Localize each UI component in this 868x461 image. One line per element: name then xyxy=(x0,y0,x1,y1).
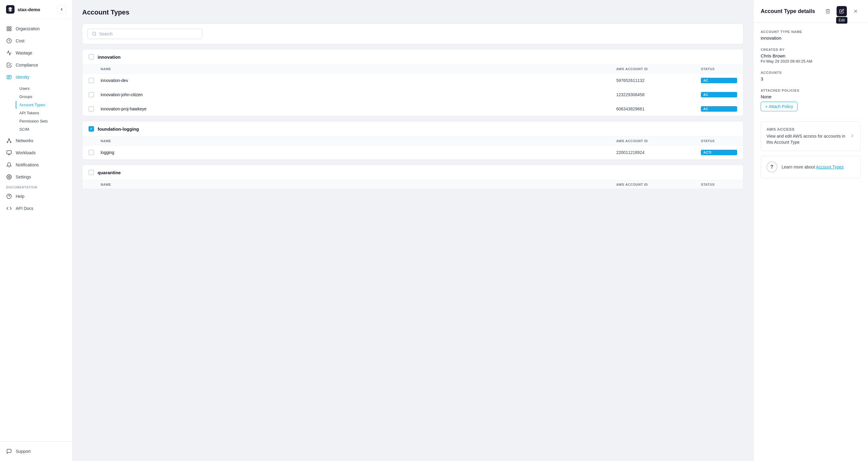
group-checkbox-innovation[interactable] xyxy=(89,54,94,60)
sidebar-subitem-groups[interactable]: Groups xyxy=(16,92,72,101)
group-header-foundation-logging[interactable]: foundation-logging xyxy=(83,121,743,137)
sidebar-subitem-scim[interactable]: SCIM xyxy=(16,125,72,134)
group-table-innovation: NAME AWS ACCOUNT ID STATUS innovation-de… xyxy=(83,65,743,116)
sidebar-item-label-settings: Settings xyxy=(16,175,31,179)
svg-rect-3 xyxy=(10,29,11,31)
sidebar-header: stax-demo xyxy=(0,0,72,19)
aws-access-card[interactable]: AWS ACCESS View and edit AWS access for … xyxy=(761,121,861,151)
settings-icon xyxy=(6,174,12,180)
group-name-innovation: innovation xyxy=(98,54,121,60)
right-panel: Account Type details Edit ACCOUNT TYPE N… xyxy=(753,0,868,461)
group-header-quarantine[interactable]: quarantine xyxy=(83,165,743,180)
panel-field-accounts: ACCOUNTS 3 xyxy=(761,71,861,81)
sidebar-item-wastage[interactable]: Wastage xyxy=(0,47,72,59)
sidebar-item-cost[interactable]: Cost xyxy=(0,35,72,47)
close-button[interactable] xyxy=(850,6,861,16)
sidebar-subitem-account-types[interactable]: Account Types xyxy=(16,101,72,109)
sidebar-item-label-support: Support xyxy=(16,449,31,454)
row-checkbox-3[interactable] xyxy=(89,106,94,112)
workloads-icon xyxy=(6,150,12,156)
sidebar-nav: Organization Cost Wastage Compliance xyxy=(0,19,72,441)
networks-icon xyxy=(6,138,12,144)
documentation-section-label: DOCUMENTATION xyxy=(0,183,72,190)
sidebar-item-label-compliance: Compliance xyxy=(16,63,38,67)
sidebar-item-label-networks: Networks xyxy=(16,138,33,143)
svg-rect-14 xyxy=(7,151,11,154)
chevron-right-icon xyxy=(849,133,855,140)
table-header-innovation: NAME AWS ACCOUNT ID STATUS xyxy=(83,65,743,74)
notifications-icon xyxy=(6,162,12,168)
svg-line-12 xyxy=(7,140,9,142)
row-checkbox-1[interactable] xyxy=(89,78,94,83)
attach-policy-button[interactable]: + Attach Policy xyxy=(761,102,798,111)
sidebar-item-help[interactable]: Help xyxy=(0,190,72,202)
sidebar-subitem-permission-sets[interactable]: Permission Sets xyxy=(16,117,72,125)
divider xyxy=(761,119,861,119)
table-row[interactable]: innovation-proj-hawkeye 606343829661 AC xyxy=(83,102,743,116)
row-status-3: AC xyxy=(701,106,737,112)
table-header-foundation-logging: NAME AWS ACCOUNT ID STATUS xyxy=(83,137,743,145)
accounts-label: ACCOUNTS xyxy=(761,71,861,75)
edit-icon xyxy=(839,9,844,13)
learn-more-icon: ? xyxy=(767,162,777,172)
row-status-fl-1: ACTI xyxy=(701,150,737,155)
help-icon xyxy=(6,193,12,199)
table-row[interactable]: innovation-dev 597652611132 AC xyxy=(83,74,743,88)
sidebar-subitem-api-tokens[interactable]: API Tokens xyxy=(16,109,72,117)
close-icon xyxy=(853,8,858,14)
edit-button[interactable] xyxy=(837,6,847,16)
group-header-innovation[interactable]: innovation xyxy=(83,49,743,65)
page-title: Account Types xyxy=(82,8,743,16)
search-input[interactable] xyxy=(99,31,198,36)
sidebar-collapse-button[interactable] xyxy=(57,5,66,14)
sidebar-item-label-workloads: Workloads xyxy=(16,150,36,155)
sidebar-item-networks[interactable]: Networks xyxy=(0,135,72,147)
aws-access-label: AWS ACCESS xyxy=(767,127,849,132)
sidebar-item-identity[interactable]: Identity xyxy=(0,71,72,83)
group-checkbox-quarantine[interactable] xyxy=(89,170,94,175)
sidebar-item-label-identity: Identity xyxy=(16,75,29,80)
panel-header: Account Type details Edit xyxy=(753,0,868,23)
learn-more-link[interactable]: Account Types xyxy=(816,165,844,169)
sidebar-item-support[interactable]: Support xyxy=(0,445,72,457)
search-bar-container xyxy=(82,24,743,44)
col-name-fl: NAME xyxy=(101,139,616,143)
svg-rect-0 xyxy=(7,27,8,28)
row-name-3: innovation-proj-hawkeye xyxy=(101,107,616,111)
table-row[interactable]: innovation-john-citizen 123229306458 AC xyxy=(83,88,743,102)
api-docs-icon xyxy=(6,205,12,211)
table-row[interactable]: logging 220011218924 ACTI xyxy=(83,145,743,160)
sidebar-item-organization[interactable]: Organization xyxy=(0,23,72,35)
table-header-quarantine: NAME AWS ACCOUNT ID STATUS xyxy=(83,180,743,189)
sidebar-item-workloads[interactable]: Workloads xyxy=(0,147,72,159)
row-name-1: innovation-dev xyxy=(101,78,616,83)
row-checkbox-2[interactable] xyxy=(89,92,94,97)
sidebar-subitem-users[interactable]: Users xyxy=(16,84,72,92)
sidebar-item-api-docs[interactable]: API Docs xyxy=(0,202,72,214)
identity-subitems: Users Groups Account Types API Tokens Pe… xyxy=(0,83,72,135)
delete-button[interactable] xyxy=(823,6,833,16)
svg-rect-1 xyxy=(10,27,11,28)
row-account-id-3: 606343829661 xyxy=(616,107,701,111)
panel-field-attached-policies: ATTACHED POLICIES None + Attach Policy xyxy=(761,89,861,111)
sidebar-item-notifications[interactable]: Notifications xyxy=(0,159,72,171)
col-aws-id-fl: AWS ACCOUNT ID xyxy=(616,139,701,143)
group-checkbox-foundation-logging[interactable] xyxy=(89,126,94,132)
learn-more-card: ? Learn more about Account Types xyxy=(761,156,861,178)
sidebar-item-compliance[interactable]: Compliance xyxy=(0,59,72,71)
row-account-id-fl-1: 220011218924 xyxy=(616,150,701,155)
group-name-foundation-logging: foundation-logging xyxy=(98,126,139,132)
svg-point-10 xyxy=(7,142,8,143)
sidebar-item-settings[interactable]: Settings xyxy=(0,171,72,183)
app-name: stax-demo xyxy=(18,7,40,12)
cost-icon xyxy=(6,38,12,44)
panel-actions: Edit xyxy=(823,6,861,16)
sidebar-item-label-help: Help xyxy=(16,194,25,199)
row-checkbox-fl-1[interactable] xyxy=(89,150,94,155)
row-name-2: innovation-john-citizen xyxy=(101,92,616,97)
svg-point-9 xyxy=(9,139,10,140)
learn-more-prefix: Learn more about xyxy=(781,165,815,169)
account-type-group-foundation-logging: foundation-logging NAME AWS ACCOUNT ID S… xyxy=(82,121,743,160)
learn-more-text: Learn more about Account Types xyxy=(781,165,843,169)
sidebar-item-label-wastage: Wastage xyxy=(16,51,32,55)
